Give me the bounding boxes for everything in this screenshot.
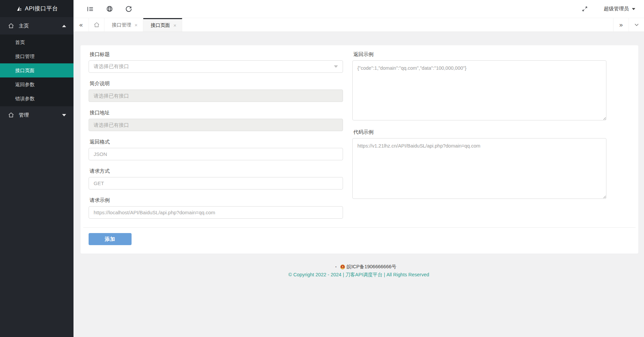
field-return-format: 返回格式 [89,139,343,160]
copyright-text: © Copyright 2022 - 2024 | 刀客API调度平台 | Al… [73,272,644,278]
close-icon[interactable]: × [174,22,177,28]
user-menu[interactable]: 超级管理员 [604,6,635,12]
icp-link[interactable]: 皖ICP备1906666666号 [347,264,396,270]
return-format-input[interactable] [89,148,343,160]
field-label: 接口标题 [90,51,343,58]
tab-label: 接口页面 [151,22,170,29]
field-api-url: 接口地址 [89,110,343,131]
field-label: 接口地址 [90,110,343,116]
fullscreen-icon[interactable] [580,5,589,13]
field-label: 请求方式 [90,168,343,174]
footer-dot: · [335,264,337,270]
request-method-input[interactable] [89,177,343,189]
sidebar-submenu: 首页 接口管理 接口页面 返回参数 错误参数 [0,35,73,106]
tabbar-spacer [182,18,613,32]
sidebar-section-label: 主页 [19,23,62,29]
field-code-example: 代码示例 https://v1.21lhz.cn/API/BaiduSL/api… [352,129,606,199]
icp-line: · 皖ICP备1906666666号 [88,264,644,270]
field-api-description: 简介说明 [89,80,343,102]
field-label: 请求示例 [90,197,343,204]
sidebar-section-label: 管理 [19,112,62,118]
user-name: 超级管理员 [604,6,629,12]
home-icon [8,23,14,29]
api-title-select[interactable]: 请选择已有接口 [89,60,343,73]
menu-fold-icon[interactable] [86,5,95,13]
chevron-up-icon [62,25,66,27]
request-example-input[interactable] [89,206,343,219]
field-label: 返回示例 [353,51,606,58]
refresh-icon[interactable] [124,5,133,13]
api-description-input[interactable] [89,90,343,102]
field-label: 简介说明 [90,80,343,87]
tabs-menu-button[interactable] [629,18,644,32]
sidebar-item-api-page[interactable]: 接口页面 [0,63,73,77]
tab-api-page[interactable]: 接口页面 × [143,18,182,32]
tabs-scroll-right-button[interactable]: » [613,18,629,32]
field-return-example: 返回示例 {"code":1,"domain":"qq.com","data":… [352,51,606,120]
sidebar-item-return-params[interactable]: 返回参数 [0,77,73,92]
sidebar-item-index[interactable]: 首页 [0,35,73,49]
police-badge-icon [340,264,345,270]
form-card: 接口标题 请选择已有接口 简介说明 接口地址 [81,45,638,254]
chevron-down-icon [62,114,66,116]
select-value: 请选择已有接口 [94,63,129,70]
api-url-input[interactable] [89,119,343,131]
sidebar-item-error-params[interactable]: 错误参数 [0,92,73,106]
sidebar-item-api-manage[interactable]: 接口管理 [0,49,73,63]
field-request-method: 请求方式 [89,168,343,189]
tab-bar: « 接口管理 × 接口页面 × » [73,18,644,32]
close-icon[interactable]: × [135,22,138,28]
form-left-column: 接口标题 请选择已有接口 简介说明 接口地址 [89,51,343,219]
tab-api-manage[interactable]: 接口管理 × [104,18,143,32]
app-title: API接口平台 [25,5,58,12]
field-label: 返回格式 [90,139,343,145]
add-button[interactable]: 添加 [89,233,132,245]
tab-home-button[interactable] [89,18,104,32]
home-icon [8,112,14,118]
sidebar-nav: 主页 首页 接口管理 接口页面 返回参数 错误参数 管理 [0,17,73,124]
code-example-textarea[interactable]: https://v1.21lhz.cn/API/BaiduSL/api.php?… [352,138,606,199]
app-logo: API接口平台 [0,0,73,17]
logo-icon [15,5,22,12]
return-example-textarea[interactable]: {"code":1,"domain":"qq.com","data":"100,… [352,60,606,120]
sidebar-section-home[interactable]: 主页 [0,17,73,35]
form-right-column: 返回示例 {"code":1,"domain":"qq.com","data":… [352,51,606,199]
field-api-title: 接口标题 请选择已有接口 [89,51,343,73]
page-content: 接口标题 请选择已有接口 简介说明 接口地址 [73,32,644,337]
main-area: 超级管理员 « 接口管理 × 接口页面 × » [73,0,644,337]
page-footer: · 皖ICP备1906666666号 © Copyright 2022 - 20… [73,264,644,278]
sidebar: API接口平台 主页 首页 接口管理 接口页面 返回参数 错误参数 [0,0,73,337]
chevron-down-icon [334,65,338,68]
form-divider [83,227,636,228]
field-request-example: 请求示例 [89,197,343,219]
field-label: 代码示例 [353,129,606,135]
chevron-down-icon [632,8,635,10]
app-window: API接口平台 主页 首页 接口管理 接口页面 返回参数 错误参数 [0,0,644,337]
globe-icon[interactable] [105,5,114,13]
top-header: 超级管理员 [73,0,644,18]
tab-label: 接口管理 [112,22,131,28]
tabs-scroll-left-button[interactable]: « [73,18,89,32]
sidebar-section-admin[interactable]: 管理 [0,106,73,124]
